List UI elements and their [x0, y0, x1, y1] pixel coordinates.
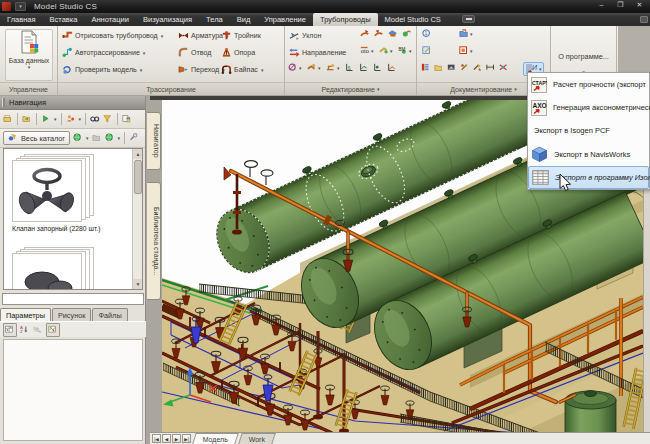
doc-open-button[interactable]: [434, 63, 444, 73]
erase-icon: [288, 63, 298, 73]
draw-pipeline-button[interactable]: Отрисовать трубопровод: [62, 29, 163, 42]
tee-button[interactable]: Тройник: [221, 29, 261, 42]
app-window: ▾ Model Studio CS – ❐ ✕ Главная Вставка …: [0, 0, 650, 444]
whole-catalog-button[interactable]: Весь каталог: [3, 131, 70, 145]
doc-sheet-button[interactable]: [422, 46, 432, 56]
panel-toggle-icon[interactable]: [462, 15, 475, 23]
spec-table-button[interactable]: [421, 63, 431, 73]
chart3-icon: [373, 63, 383, 73]
tab-truboprovody[interactable]: Трубопроводы: [313, 13, 378, 26]
tab-upravlenie[interactable]: Управление: [257, 13, 313, 26]
parameters-area[interactable]: [3, 339, 143, 441]
reducer-button[interactable]: Переход: [178, 63, 225, 76]
group-redaktirovanie: Уклон Направление oto BM 6 Редактировани…: [285, 26, 417, 95]
sort-icon-button[interactable]: AZ: [20, 325, 30, 335]
first-tab-icon[interactable]: |◀: [152, 434, 161, 443]
categorize-icon-button[interactable]: [3, 323, 17, 337]
tab-annotacii[interactable]: Аннотации: [84, 13, 136, 26]
scroll-up-icon[interactable]: ▲: [133, 149, 143, 159]
edit-chart-1-button[interactable]: 6: [345, 63, 355, 73]
elbow-icon: [178, 47, 189, 58]
vtab-navigator[interactable]: Навигатор: [147, 112, 161, 170]
layout-tab-model[interactable]: Модель: [192, 433, 239, 444]
scroll-thumb[interactable]: [134, 160, 142, 194]
draw-pipeline-icon: [62, 30, 73, 41]
slope-button[interactable]: Уклон: [289, 29, 321, 42]
catalog-item-1[interactable]: Клапан запорный (2280 шт.): [12, 154, 98, 232]
check-model-button[interactable]: Проверить модель: [62, 63, 142, 76]
properties-icon-button[interactable]: [46, 323, 60, 337]
tab-vstavka[interactable]: Вставка: [43, 13, 85, 26]
group-label-trassirovanie[interactable]: Трассирование: [58, 82, 284, 95]
minimize-button[interactable]: –: [595, 1, 608, 9]
edit-tool-7-button[interactable]: BM: [398, 46, 412, 56]
group-label-upravlenie[interactable]: Управление: [0, 82, 57, 95]
percent-icon-button[interactable]: %: [33, 325, 43, 335]
doc-num-icon: 1: [422, 29, 432, 39]
edit-chart-3-button[interactable]: [373, 63, 383, 73]
doc-tools2-button[interactable]: [473, 63, 483, 73]
app-icon[interactable]: [2, 2, 11, 11]
doc-number-button[interactable]: 1: [422, 29, 432, 39]
database-button[interactable]: База данных: [5, 29, 53, 81]
tab-model-studio[interactable]: Model Studio CS: [378, 13, 448, 26]
edit-tool-3-button[interactable]: [388, 29, 398, 39]
doc-multi-button[interactable]: [499, 63, 509, 73]
doc-beam-button[interactable]: [486, 63, 496, 73]
menu-item-navisworks[interactable]: Экспорт в NavisWorks: [528, 143, 649, 166]
doc-folder-button[interactable]: [459, 29, 473, 39]
menu-item-strength[interactable]: СТАРТРасчет прочности (экспорт: [528, 73, 649, 96]
svg-text:Z: Z: [20, 329, 23, 334]
direction-button[interactable]: Направление: [289, 46, 346, 59]
edit-pipe2-icon: [374, 29, 384, 39]
edit-tool-6-button[interactable]: [379, 46, 393, 56]
edit-chart-4-button[interactable]: [387, 63, 397, 73]
edit-tool-4-button[interactable]: [402, 29, 412, 39]
elbow-button[interactable]: Отвод: [178, 46, 211, 59]
bypass-button[interactable]: Байпас: [221, 63, 263, 76]
categorize-icon: [5, 325, 15, 335]
edit-tool-5-button[interactable]: oto: [360, 46, 374, 56]
autoroute-button[interactable]: Автотрассирование: [62, 46, 145, 59]
edit-tool-8-button[interactable]: [288, 63, 302, 73]
support-icon: [221, 47, 232, 58]
doc-image-button[interactable]: [447, 63, 457, 73]
edit-tool-1-button[interactable]: [360, 29, 370, 39]
close-button[interactable]: ✕: [633, 1, 646, 9]
catalog-scrollbar[interactable]: ▲ ▼: [132, 149, 142, 289]
tab-fayly[interactable]: Файлы: [92, 308, 127, 321]
tab-parametry[interactable]: Параметры: [0, 308, 51, 321]
side-tab-strip: Навигатор Библиотека станда...: [146, 96, 162, 444]
prev-tab-icon[interactable]: ◀: [162, 434, 171, 443]
ribbon-minimize-icon[interactable]: [640, 16, 648, 23]
menu-item-izolyaciya[interactable]: Экспорт в программу Изоля: [528, 166, 649, 189]
doc-frame-button[interactable]: [459, 46, 473, 56]
vtab-library[interactable]: Библиотека станда...: [147, 182, 161, 300]
menu-item-axonometric[interactable]: АХОГенерация аксонометрическ: [528, 96, 649, 119]
catalog-list[interactable]: Клапан запорный (2280 шт.) ▲ ▼: [3, 148, 143, 290]
edit-tool-2-button[interactable]: [374, 29, 384, 39]
last-tab-icon[interactable]: ▶|: [182, 434, 191, 443]
panel-header[interactable]: Навигация: [0, 96, 145, 110]
edit-tool-9-button[interactable]: [307, 63, 321, 73]
globe-icon: [73, 133, 83, 143]
filter-field[interactable]: [2, 293, 144, 305]
support-button[interactable]: Опора: [221, 46, 255, 59]
edit-tool-10-button[interactable]: [326, 63, 340, 73]
tab-vid[interactable]: Вид: [230, 13, 258, 26]
scroll-down-icon[interactable]: ▼: [133, 279, 143, 289]
layout-tab-work[interactable]: Work: [238, 433, 276, 444]
restore-button[interactable]: ❐: [614, 1, 627, 9]
group-label-redaktirovanie[interactable]: Редактирование: [285, 82, 416, 95]
quick-access-button[interactable]: ▾: [15, 2, 26, 11]
edit-chart-2-button[interactable]: [359, 63, 369, 73]
svg-text:BM: BM: [398, 47, 405, 52]
tab-glavnaya[interactable]: Главная: [0, 13, 43, 26]
next-tab-icon[interactable]: ▶: [172, 434, 181, 443]
catalog-item-2[interactable]: [12, 247, 98, 290]
tab-vizualizaciya[interactable]: Визуализация: [136, 13, 199, 26]
tab-risunok[interactable]: Рисунок: [52, 308, 92, 321]
doc-tools-button[interactable]: [460, 63, 470, 73]
menu-item-isogen[interactable]: Экспорт в Isogen PCF: [528, 119, 649, 142]
tab-tela[interactable]: Тела: [199, 13, 230, 26]
